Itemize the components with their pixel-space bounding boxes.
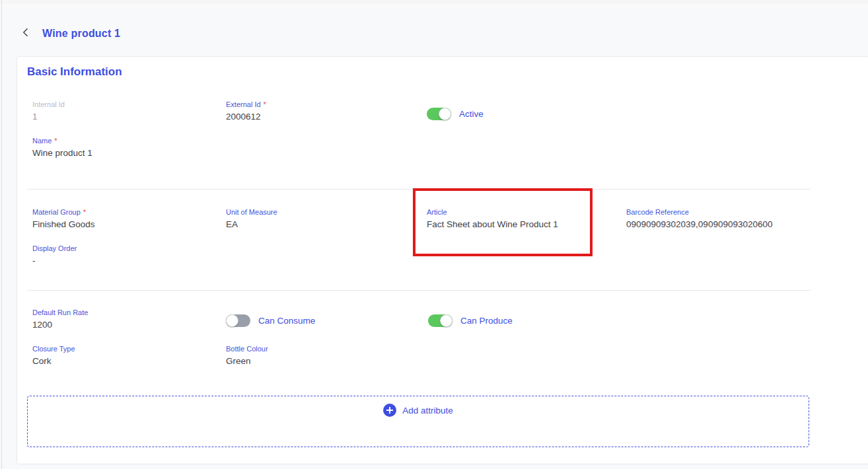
field-closure-type: Closure Type Cork xyxy=(32,345,75,366)
field-bottle-colour: Bottle Colour Green xyxy=(226,345,268,366)
toggle-knob xyxy=(226,314,238,327)
field-material-group: Material Group* Finished Goods xyxy=(32,208,95,229)
can-consume-toggle-row: Can Consume xyxy=(226,314,315,327)
field-value: 09090909302039,090909093020600 xyxy=(626,219,772,229)
field-value: 1200 xyxy=(32,320,88,330)
required-marker: * xyxy=(54,137,57,145)
toggle-knob xyxy=(439,108,451,120)
field-label: Bottle Colour xyxy=(226,345,268,353)
page-header: Wine product 1 xyxy=(20,25,120,42)
field-display-order: Display Order - xyxy=(32,244,77,266)
toggle-label: Can Produce xyxy=(460,316,513,326)
field-label: Display Order xyxy=(32,244,77,252)
field-value: Cork xyxy=(32,356,75,366)
back-button[interactable] xyxy=(20,28,32,40)
field-value: Green xyxy=(226,356,268,366)
section-title: Basic Information xyxy=(27,65,122,79)
field-label: External Id* xyxy=(226,100,266,108)
active-toggle-row: Active xyxy=(427,108,484,120)
active-toggle[interactable] xyxy=(427,108,451,120)
field-article: Article Fact Sheet about Wine Product 1 xyxy=(427,208,558,229)
field-value: Wine product 1 xyxy=(32,148,92,158)
field-label: Internal Id xyxy=(32,100,65,108)
toggle-label: Can Consume xyxy=(258,316,315,326)
field-value: 2000612 xyxy=(226,112,266,122)
window-left-edge xyxy=(1,0,2,469)
section-divider xyxy=(27,189,811,190)
page-title[interactable]: Wine product 1 xyxy=(42,28,120,40)
field-name: Name* Wine product 1 xyxy=(32,137,92,158)
field-value: 1 xyxy=(32,112,65,122)
add-attribute-button[interactable]: Add attribute xyxy=(383,404,453,417)
field-label: Name* xyxy=(32,137,92,145)
required-marker: * xyxy=(264,100,266,108)
add-attribute-label: Add attribute xyxy=(402,406,453,415)
field-value: EA xyxy=(226,219,277,229)
field-default-run-rate: Default Run Rate 1200 xyxy=(32,308,88,330)
toggle-label: Active xyxy=(459,109,484,119)
can-consume-toggle[interactable] xyxy=(226,314,250,327)
field-label: Article xyxy=(427,208,558,216)
chevron-left-icon xyxy=(21,28,30,40)
field-label: Barcode Reference xyxy=(626,208,772,216)
toggle-knob xyxy=(440,314,452,327)
can-produce-toggle[interactable] xyxy=(428,314,452,327)
field-internal-id: Internal Id 1 xyxy=(32,100,65,122)
basic-information-card: Basic Information Internal Id 1 External… xyxy=(17,56,868,464)
field-label: Default Run Rate xyxy=(32,308,88,316)
field-label: Material Group* xyxy=(32,208,95,216)
field-external-id: External Id* 2000612 xyxy=(226,100,266,122)
section-divider xyxy=(27,290,811,291)
field-unit-of-measure: Unit of Measure EA xyxy=(226,208,277,229)
can-produce-toggle-row: Can Produce xyxy=(428,314,513,327)
required-marker: * xyxy=(83,208,86,216)
field-value: - xyxy=(32,256,77,266)
field-barcode-reference: Barcode Reference 09090909302039,0909090… xyxy=(626,208,772,229)
field-value: Fact Sheet about Wine Product 1 xyxy=(427,219,558,229)
field-value: Finished Goods xyxy=(32,219,95,229)
field-label: Closure Type xyxy=(32,345,75,353)
plus-circle-icon xyxy=(383,404,396,417)
add-attribute-dropzone: Add attribute xyxy=(27,396,809,447)
window-top-strip xyxy=(0,0,868,5)
field-label: Unit of Measure xyxy=(226,208,277,216)
